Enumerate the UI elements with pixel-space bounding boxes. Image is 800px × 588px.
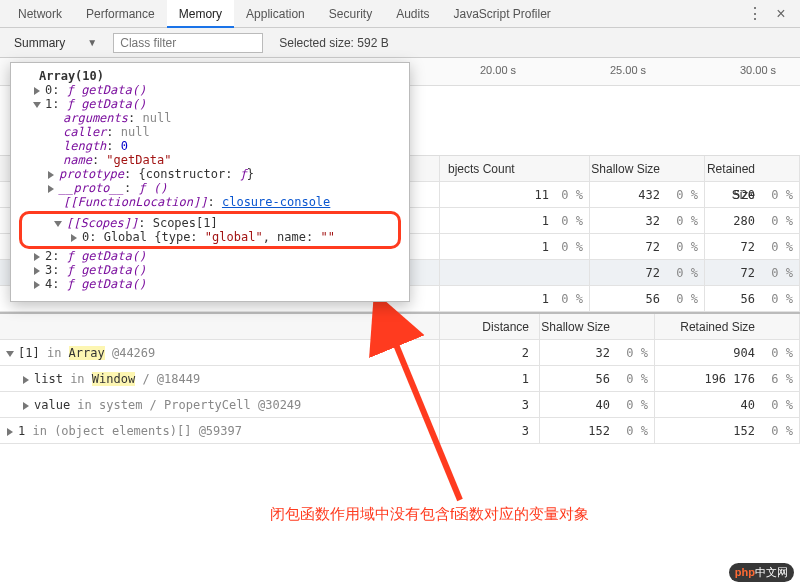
retainer-row[interactable]: list in Window / @184491560 %196 1766 % (0, 366, 800, 392)
view-dropdown-label: Summary (14, 36, 65, 50)
inspector-line[interactable]: name: "getData" (19, 153, 401, 167)
retainer-row[interactable]: [1] in Array @442692320 %9040 % (0, 340, 800, 366)
more-icon[interactable]: ⋮ (742, 4, 768, 23)
inspector-line[interactable]: 3: ƒ getData() (19, 263, 401, 277)
devtools-tabs: Network Performance Memory Application S… (0, 0, 800, 28)
tab-performance[interactable]: Performance (74, 0, 167, 28)
col-objects-count[interactable]: bjects Count (440, 156, 590, 181)
retainers-table: Distance Shallow Size Retained Size [1] … (0, 312, 800, 444)
col-distance[interactable]: Distance (440, 314, 540, 339)
inspector-line[interactable]: 2: ƒ getData() (19, 249, 401, 263)
tab-security[interactable]: Security (317, 0, 384, 28)
col-shallow-size[interactable]: Shallow Size (540, 314, 655, 339)
inspector-line[interactable]: __proto__: ƒ () (19, 181, 401, 195)
close-icon[interactable]: × (768, 5, 794, 23)
inspector-line[interactable]: 1: ƒ getData() (19, 97, 401, 111)
inspector-line[interactable]: [[FunctionLocation]]: closure-console (19, 195, 401, 209)
inspector-line[interactable]: arguments: null (19, 111, 401, 125)
inspector-line[interactable]: 0: ƒ getData() (19, 83, 401, 97)
memory-toolbar: Summary ▼ Selected size: 592 B (0, 28, 800, 58)
class-filter-input[interactable] (113, 33, 263, 53)
inspector-line[interactable]: 4: ƒ getData() (19, 277, 401, 291)
retainer-row[interactable]: 1 in (object elements)[] @5939731520 %15… (0, 418, 800, 444)
col-object[interactable] (0, 314, 440, 339)
annotation-text: 闭包函数作用域中没有包含f函数对应的变量对象 (270, 505, 589, 524)
retainer-row[interactable]: value in system / PropertyCell @30249340… (0, 392, 800, 418)
ruler-tick: 25.00 s (610, 64, 646, 76)
scopes-highlight-box: [[Scopes]]: Scopes[1]0: Global {type: "g… (19, 211, 401, 249)
col-retained-size[interactable]: Retained Size (705, 156, 800, 181)
tab-network[interactable]: Network (6, 0, 74, 28)
inspector-line[interactable]: prototype: {constructor: ƒ} (19, 167, 401, 181)
selected-size-label: Selected size: 592 B (279, 36, 388, 50)
view-dropdown[interactable]: Summary ▼ (8, 34, 103, 52)
inspector-line[interactable]: caller: null (19, 125, 401, 139)
watermark: php中文网 (729, 563, 794, 582)
col-retained-size[interactable]: Retained Size (655, 314, 800, 339)
chevron-down-icon: ▼ (87, 37, 97, 48)
col-shallow-size[interactable]: Shallow Size (590, 156, 705, 181)
object-inspector-popover[interactable]: Array(10) 0: ƒ getData()1: ƒ getData()ar… (10, 62, 410, 302)
tab-application[interactable]: Application (234, 0, 317, 28)
popover-title: Array(10) (19, 69, 401, 83)
inspector-line[interactable]: length: 0 (19, 139, 401, 153)
tab-memory[interactable]: Memory (167, 0, 234, 28)
ruler-tick: 20.00 s (480, 64, 516, 76)
tab-audits[interactable]: Audits (384, 0, 441, 28)
tab-jsprofiler[interactable]: JavaScript Profiler (442, 0, 563, 28)
inspector-line[interactable]: 0: Global {type: "global", name: "" (26, 230, 394, 244)
retainers-header-row: Distance Shallow Size Retained Size (0, 314, 800, 340)
ruler-tick: 30.00 s (740, 64, 776, 76)
inspector-line[interactable]: [[Scopes]]: Scopes[1] (26, 216, 394, 230)
